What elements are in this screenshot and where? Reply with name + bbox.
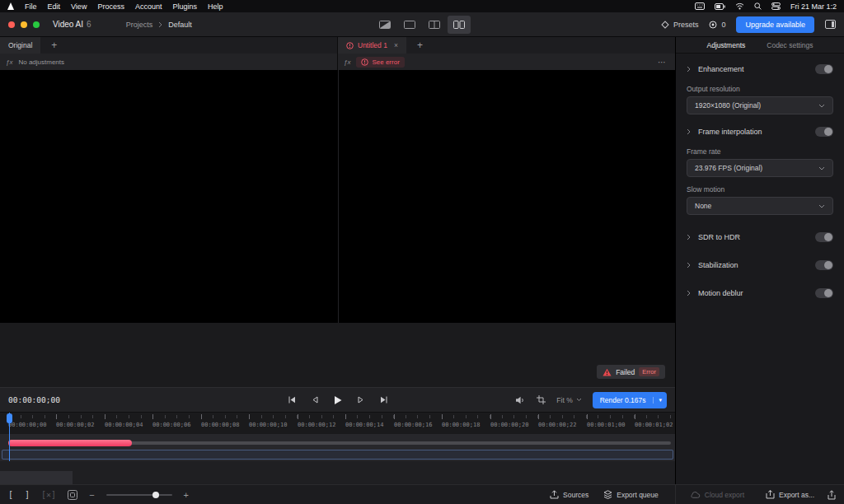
timeline-clip-track[interactable]	[0, 461, 675, 484]
tab-untitled-label: Untitled 1	[358, 41, 387, 49]
timeline-selection-region[interactable]	[2, 450, 673, 460]
major-tick	[152, 414, 153, 419]
see-error-button[interactable]: See error	[356, 57, 404, 68]
window-controls	[8, 21, 40, 28]
view-original-only-button[interactable]	[373, 16, 396, 34]
video-preview-area[interactable]	[0, 70, 675, 323]
export-as-button[interactable]: Export as...	[766, 490, 814, 499]
tick-label: 00:00:00;12	[298, 422, 335, 428]
preview-divider	[338, 70, 339, 323]
sdr-to-hdr-toggle[interactable]	[815, 232, 833, 242]
timeline-track[interactable]	[0, 434, 675, 461]
trim-out-button[interactable]: ]	[25, 490, 30, 499]
timeline-ruler[interactable]: 00:00:00;00 00:00:00;02 00:00:00;04 00:0…	[0, 412, 675, 434]
wifi-icon[interactable]	[735, 2, 744, 10]
more-options-button[interactable]: ⋯	[658, 58, 667, 67]
motion-deblur-toggle[interactable]	[815, 288, 833, 298]
breadcrumb-projects[interactable]: Projects	[126, 21, 153, 29]
cloud-export-label: Cloud export	[705, 491, 744, 499]
enhancement-toggle[interactable]	[815, 64, 833, 74]
menu-plugins[interactable]: Plugins	[172, 2, 197, 11]
close-tab-icon[interactable]: ×	[394, 41, 398, 49]
tab-untitled-1[interactable]: Untitled 1 ×	[338, 37, 406, 54]
credits-indicator[interactable]: 0	[709, 21, 725, 29]
chevron-right-icon	[687, 262, 691, 268]
menu-file[interactable]: File	[25, 2, 37, 11]
zoom-window-button[interactable]	[33, 21, 40, 28]
slow-motion-select[interactable]: None	[687, 197, 833, 215]
layers-icon	[603, 490, 612, 499]
trim-in-button[interactable]: [	[8, 490, 13, 499]
toggle-right-panel-icon[interactable]	[825, 20, 836, 29]
skip-to-end-button[interactable]	[379, 395, 388, 404]
settings-sidebar: Adjustments Codec settings Enhancement O…	[675, 37, 844, 484]
menu-view[interactable]: View	[71, 2, 87, 11]
menubar-clock[interactable]: Fri 21 Mar 1:2	[790, 2, 837, 11]
preview-region-icon[interactable]	[68, 490, 77, 500]
render-status-badge[interactable]: Failed Error	[597, 365, 665, 379]
export-queue-button[interactable]: Export queue	[603, 490, 659, 499]
close-window-button[interactable]	[8, 21, 15, 28]
sources-button[interactable]: Sources	[550, 490, 588, 499]
app-logo-icon[interactable]	[7, 2, 14, 10]
cloud-export-button[interactable]: Cloud export	[690, 491, 744, 499]
clip-thumbnail[interactable]	[0, 471, 73, 484]
battery-icon[interactable]	[715, 3, 725, 10]
add-tab-button[interactable]: +	[417, 40, 423, 51]
tab-original[interactable]: Original	[0, 37, 40, 54]
next-frame-button[interactable]	[356, 395, 365, 404]
menu-edit[interactable]: Edit	[48, 2, 61, 11]
keyboard-icon[interactable]	[695, 2, 705, 10]
no-adjustments-label: No adjustments	[18, 58, 64, 66]
upgrade-available-button[interactable]: Upgrade available	[736, 16, 814, 33]
bottom-toolbar: [ ] [✕] − + Sources Export queue Cloud e…	[0, 484, 844, 504]
zoom-fit-select[interactable]: Fit %	[556, 396, 581, 404]
timeline-zoom-slider[interactable]	[106, 494, 172, 496]
crop-icon[interactable]	[537, 395, 546, 404]
presets-button[interactable]: Presets	[661, 21, 699, 29]
view-side-by-side-button[interactable]	[448, 16, 471, 34]
menu-account[interactable]: Account	[135, 2, 162, 11]
menu-help[interactable]: Help	[208, 2, 223, 11]
add-view-button[interactable]: +	[51, 40, 57, 51]
sources-upload-icon	[550, 490, 559, 499]
tick-label: 00:00:00;06	[152, 422, 190, 428]
menu-process[interactable]: Process	[97, 2, 124, 11]
search-icon[interactable]	[754, 2, 762, 10]
playhead-line	[9, 413, 10, 461]
output-resolution-select[interactable]: 1920×1080 (Original)	[687, 96, 833, 114]
tick-label: 00:00:00;22	[538, 422, 576, 428]
clear-trim-button[interactable]: [✕]	[41, 490, 56, 499]
view-split-screen-button[interactable]	[423, 16, 446, 34]
render-progress-bar	[8, 440, 132, 446]
timeline-zoom-in-button[interactable]: +	[184, 490, 189, 500]
frame-interpolation-toggle[interactable]	[815, 127, 833, 137]
skip-to-start-button[interactable]	[287, 395, 296, 404]
section-frame-interpolation[interactable]: Frame interpolation	[676, 121, 844, 142]
zoom-slider-knob[interactable]	[152, 492, 159, 498]
tab-adjustments[interactable]: Adjustments	[706, 41, 745, 49]
export-as-label: Export as...	[779, 491, 814, 499]
frame-rate-select[interactable]: 23.976 FPS (Original)	[687, 159, 833, 177]
play-button[interactable]	[333, 395, 342, 405]
section-motion-deblur[interactable]: Motion deblur	[676, 282, 844, 304]
adjustments-fx-icon: ƒx	[6, 58, 12, 66]
chevron-down-icon	[818, 166, 825, 170]
view-single-preview-button[interactable]	[398, 16, 421, 34]
render-button[interactable]: Render 0.167s ▾	[593, 392, 667, 408]
render-dropdown-caret[interactable]: ▾	[653, 397, 667, 404]
timeline-zoom-out-button[interactable]: −	[89, 490, 94, 500]
previous-frame-button[interactable]	[310, 395, 319, 404]
tab-codec-settings[interactable]: Codec settings	[767, 41, 813, 49]
major-tick	[345, 414, 346, 419]
section-sdr-to-hdr[interactable]: SDR to HDR	[676, 226, 844, 248]
current-timecode: 00:00:00;00	[8, 395, 60, 404]
audio-mute-icon[interactable]	[515, 396, 526, 404]
section-enhancement[interactable]: Enhancement	[676, 58, 844, 80]
stabilization-toggle[interactable]	[815, 260, 833, 270]
breadcrumb-current-project[interactable]: Default	[168, 21, 192, 29]
share-icon[interactable]	[828, 490, 836, 500]
minimize-window-button[interactable]	[21, 21, 27, 28]
section-stabilization[interactable]: Stabilization	[676, 254, 844, 276]
control-center-icon[interactable]	[771, 2, 781, 10]
